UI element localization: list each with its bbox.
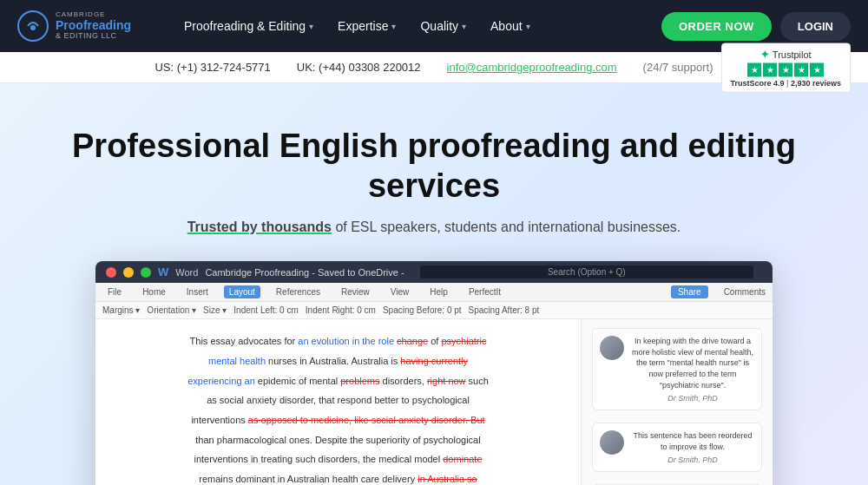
comment-content-1: In keeping with the drive toward a more … bbox=[631, 336, 754, 403]
logo-text: CAMBRIDGE Proofreading & EDITING LLC bbox=[56, 11, 131, 41]
toolbar-indent-left: Indent Left: 0 cm bbox=[233, 305, 299, 315]
comment-author-2: Dr Smith, PhD bbox=[631, 456, 754, 464]
menu-perfectit[interactable]: PerfectIt bbox=[464, 285, 506, 298]
nav-expertise[interactable]: Expertise ▾ bbox=[327, 12, 406, 40]
chevron-down-icon: ▾ bbox=[462, 22, 466, 31]
doc-paragraph: interventions as opposed to medicine, li… bbox=[113, 412, 563, 429]
comment-text-1: In keeping with the drive toward a more … bbox=[631, 336, 754, 390]
email-link[interactable]: info@cambridgeproofreading.com bbox=[447, 61, 617, 74]
doc-paragraph: than pharmacological ones. Despite the s… bbox=[113, 432, 563, 449]
doc-paragraph: as social anxiety disorder, that respond… bbox=[113, 392, 563, 409]
uk-phone: UK: (+44) 03308 220012 bbox=[297, 61, 421, 74]
logo-proofreading: Proofreading bbox=[56, 19, 131, 32]
comment-author-1: Dr Smith, PhD bbox=[631, 394, 754, 403]
logo-editing: & EDITING LLC bbox=[56, 32, 131, 41]
support-text: (24/7 support) bbox=[643, 61, 713, 74]
window-maximize-icon[interactable] bbox=[141, 267, 151, 278]
trustpilot-stars: ★ ★ ★ ★ ★ bbox=[747, 62, 824, 76]
menu-references[interactable]: References bbox=[271, 285, 326, 298]
word-icon: W bbox=[158, 265, 168, 279]
doc-paragraph: This essay advocates for an evolution in… bbox=[113, 333, 563, 350]
chevron-down-icon: ▾ bbox=[391, 22, 396, 31]
toolbar-spacing-before: Spacing Before: 0 pt bbox=[383, 305, 462, 315]
document-preview: W Word Cambridge Proofreading - Saved to… bbox=[95, 261, 773, 485]
us-phone: US: (+1) 312-724-5771 bbox=[155, 61, 270, 74]
nav-proofreading[interactable]: Proofreading & Editing ▾ bbox=[174, 12, 324, 40]
hero-heading: Professional English proofreading and ed… bbox=[43, 127, 825, 206]
star-3: ★ bbox=[779, 62, 792, 76]
menu-file[interactable]: File bbox=[102, 285, 127, 298]
info-bar: US: (+1) 312-724-5771 UK: (+44) 03308 22… bbox=[0, 52, 868, 83]
star-2: ★ bbox=[763, 62, 777, 76]
avatar-2 bbox=[600, 430, 624, 455]
trusted-by-thousands: Trusted by thousands bbox=[187, 220, 332, 234]
chevron-down-icon: ▾ bbox=[309, 22, 313, 31]
doc-app-name: Word bbox=[175, 267, 198, 278]
menu-help[interactable]: Help bbox=[424, 285, 453, 298]
doc-body: This essay advocates for an evolution in… bbox=[95, 319, 773, 485]
trustpilot-badge: ✦ Trustpilot ★ ★ ★ ★ ★ TrustScore 4.9 | … bbox=[721, 43, 851, 92]
hero-subtitle: Trusted by thousands of ESL speakers, st… bbox=[17, 220, 851, 235]
comment-card-1: In keeping with the drive toward a more … bbox=[592, 328, 762, 410]
doc-text-area: This essay advocates for an evolution in… bbox=[95, 319, 582, 485]
trustpilot-logo-icon: ✦ bbox=[760, 48, 769, 60]
toolbar-indent-right: Indent Right: 0 cm bbox=[306, 305, 376, 315]
trustpilot-header: ✦ Trustpilot bbox=[760, 48, 812, 60]
logo[interactable]: CAMBRIDGE Proofreading & EDITING LLC bbox=[17, 10, 156, 42]
doc-paragraph: mental health nurses in Australia. Austr… bbox=[113, 353, 563, 370]
avatar-1 bbox=[600, 336, 624, 360]
doc-search-bar[interactable]: Search (Option + Q) bbox=[420, 265, 753, 279]
menu-home[interactable]: Home bbox=[137, 285, 171, 298]
doc-comments-area: In keeping with the drive toward a more … bbox=[582, 319, 773, 485]
nav-actions: ORDER NOW LOGIN bbox=[661, 12, 851, 41]
doc-file-name: Cambridge Proofreading - Saved to OneDri… bbox=[205, 267, 404, 278]
window-close-icon[interactable] bbox=[106, 267, 116, 278]
doc-paragraph: interventions in treating such disorders… bbox=[113, 451, 563, 468]
chevron-down-icon: ▾ bbox=[526, 22, 530, 31]
doc-menubar: File Home Insert Layout References Revie… bbox=[95, 283, 773, 302]
comment-text-2: This sentence has been reordered to impr… bbox=[631, 430, 754, 452]
toolbar-orientation[interactable]: Orientation ▾ bbox=[147, 305, 196, 315]
svg-point-0 bbox=[30, 25, 36, 30]
doc-paragraph: remains dominant in Australian health ca… bbox=[113, 471, 563, 485]
trustpilot-label: Trustpilot bbox=[773, 49, 812, 59]
toolbar-spacing-after: Spacing After: 8 pt bbox=[469, 305, 540, 315]
toolbar-margins[interactable]: Margins ▾ bbox=[102, 305, 140, 315]
login-button[interactable]: LOGIN bbox=[780, 12, 851, 41]
menu-insert[interactable]: Insert bbox=[181, 285, 214, 298]
comment-card-2: This sentence has been reordered to impr… bbox=[592, 423, 762, 472]
nav-about[interactable]: About ▾ bbox=[480, 12, 541, 40]
nav-quality[interactable]: Quality ▾ bbox=[410, 12, 477, 40]
doc-paragraph: experiencing an epidemic of mental probl… bbox=[113, 373, 563, 390]
logo-icon bbox=[17, 10, 49, 42]
star-1: ★ bbox=[747, 62, 761, 76]
menu-review[interactable]: Review bbox=[336, 285, 375, 298]
menu-layout[interactable]: Layout bbox=[224, 285, 260, 298]
doc-toolbar: Margins ▾ Orientation ▾ Size ▾ Indent Le… bbox=[95, 302, 773, 319]
window-minimize-icon[interactable] bbox=[123, 267, 134, 278]
comments-button[interactable]: Comments bbox=[724, 287, 766, 297]
star-4: ★ bbox=[794, 62, 808, 76]
hero-subtitle-rest: of ESL speakers, students and internatio… bbox=[332, 220, 681, 234]
star-5: ★ bbox=[810, 62, 824, 76]
menu-view[interactable]: View bbox=[385, 285, 415, 298]
share-button[interactable]: Share bbox=[671, 285, 708, 298]
order-now-button[interactable]: ORDER NOW bbox=[661, 12, 772, 41]
doc-titlebar: W Word Cambridge Proofreading - Saved to… bbox=[95, 261, 773, 283]
comment-content-2: This sentence has been reordered to impr… bbox=[631, 430, 754, 464]
toolbar-size[interactable]: Size ▾ bbox=[203, 305, 227, 315]
trustpilot-score: TrustScore 4.9 | 2,930 reviews bbox=[731, 78, 841, 87]
hero-section: Professional English proofreading and ed… bbox=[0, 83, 868, 485]
nav-links: Proofreading & Editing ▾ Expertise ▾ Qua… bbox=[174, 12, 644, 40]
